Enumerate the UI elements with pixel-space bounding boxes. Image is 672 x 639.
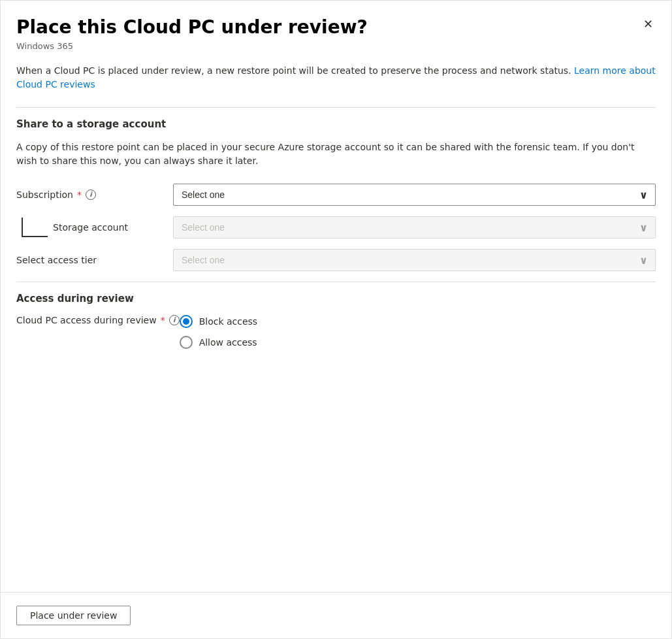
access-during-review-form-group: Cloud PC access during review * i Block … xyxy=(16,315,656,349)
access-during-review-label-text: Cloud PC access during review xyxy=(16,315,157,325)
dialog-footer: Place under review xyxy=(1,592,671,638)
close-icon: ✕ xyxy=(643,17,653,31)
access-during-review-section: Access during review Cloud PC access dur… xyxy=(16,293,656,349)
section-divider-1 xyxy=(16,107,656,108)
access-during-review-required-star: * xyxy=(161,315,165,325)
block-access-label: Block access xyxy=(199,316,258,327)
block-access-radio[interactable] xyxy=(180,315,193,328)
storage-indent: Storage account xyxy=(16,218,173,237)
subscription-info-icon[interactable]: i xyxy=(86,189,96,200)
access-tier-form-group: Select access tier Select one ∨ xyxy=(16,249,656,271)
allow-access-option[interactable]: Allow access xyxy=(180,336,656,349)
share-section-title: Share to a storage account xyxy=(16,118,656,130)
section-divider-2 xyxy=(16,282,656,282)
access-during-review-title: Access during review xyxy=(16,293,656,304)
subscription-select[interactable]: Select one xyxy=(173,184,656,206)
dialog-title: Place this Cloud PC under review? xyxy=(16,16,656,39)
storage-tree-line xyxy=(22,218,48,237)
storage-account-label: Storage account xyxy=(53,222,128,233)
allow-access-radio[interactable] xyxy=(180,336,193,349)
access-tier-select[interactable]: Select one xyxy=(173,249,656,271)
dialog-header: Place this Cloud PC under review? Window… xyxy=(1,1,671,64)
dialog-body: When a Cloud PC is placed under review, … xyxy=(1,64,671,592)
block-access-option[interactable]: Block access xyxy=(180,315,656,328)
subscription-label-text: Subscription xyxy=(16,189,73,200)
close-button[interactable]: ✕ xyxy=(637,14,658,35)
subscription-select-wrapper: Select one ∨ xyxy=(173,184,656,206)
access-tier-select-wrapper: Select one ∨ xyxy=(173,249,656,271)
block-access-radio-inner xyxy=(183,318,189,325)
dialog: Place this Cloud PC under review? Window… xyxy=(0,0,672,639)
storage-account-select[interactable]: Select one xyxy=(173,216,656,238)
subscription-form-group: Subscription * i Select one ∨ xyxy=(16,184,656,206)
place-under-review-button[interactable]: Place under review xyxy=(16,606,131,625)
subscription-label: Subscription * i xyxy=(16,189,173,200)
access-radio-group: Block access Allow access xyxy=(180,315,656,349)
description-text: When a Cloud PC is placed under review, … xyxy=(16,64,656,91)
storage-account-form-group: Storage account Select one ∨ xyxy=(16,216,656,238)
dialog-subtitle: Windows 365 xyxy=(16,41,656,51)
allow-access-label: Allow access xyxy=(199,337,257,348)
subscription-required-star: * xyxy=(77,189,82,200)
access-during-review-label: Cloud PC access during review * i xyxy=(16,315,180,325)
description-text-before-link: When a Cloud PC is placed under review, … xyxy=(16,65,574,76)
share-section: Share to a storage account A copy of thi… xyxy=(16,118,656,168)
access-during-review-info-icon[interactable]: i xyxy=(169,315,180,325)
storage-account-select-wrapper: Select one ∨ xyxy=(173,216,656,238)
share-section-description: A copy of this restore point can be plac… xyxy=(16,140,656,168)
access-tier-label-text: Select access tier xyxy=(16,255,97,265)
access-tier-label: Select access tier xyxy=(16,255,173,265)
